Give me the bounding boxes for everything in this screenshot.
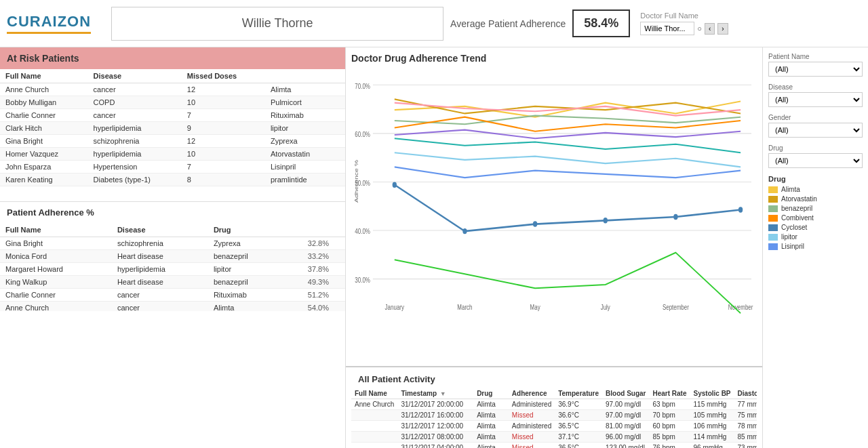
cell-scroll — [334, 250, 345, 263]
list-item[interactable]: Anne Church 31/12/2017 20:00:00 Alimta A… — [351, 399, 757, 410]
cell-name: Anne Church — [0, 83, 88, 96]
cell-drug: lipitor — [208, 263, 282, 276]
cell-name: Karen Keating — [0, 174, 88, 186]
patient-name-display: Willie Thorne — [111, 7, 443, 41]
table-row[interactable]: Karen Keating Diabetes (type-1) 8 pramli… — [0, 174, 345, 186]
table-row[interactable]: Clark Hitch hyperlipidemia 9 lipitor — [0, 122, 345, 135]
cell-drug: Alimta — [208, 302, 282, 312]
nav-right-button[interactable]: › — [717, 23, 728, 35]
activity-section: All Patient Activity Full Name Timestamp… — [346, 366, 762, 448]
cell-name: John Esparza — [0, 161, 88, 174]
nav-left-button[interactable]: ‹ — [705, 23, 715, 35]
list-item[interactable]: 31/12/2017 04:00:00 Alimta Missed 36.5°C… — [351, 443, 757, 449]
act-cell-sugar: 96.00 mg/dl — [602, 432, 649, 443]
act-cell-empty — [467, 421, 473, 432]
act-cell-sys: 106 mmHg — [690, 421, 734, 432]
legend-container: Alimta Atorvastatin benazepril Combivent… — [768, 186, 863, 250]
legend-color-swatch — [768, 205, 778, 212]
cell-scroll — [334, 276, 345, 289]
table-row[interactable]: Margaret Howard hyperlipidemia lipitor 3… — [0, 263, 345, 276]
act-cell-adherence: Administered — [509, 421, 555, 432]
at-risk-table-container[interactable]: Full Name Disease Missed Doses Anne Chur… — [0, 69, 345, 201]
filter-drug-select[interactable]: (All) — [768, 153, 863, 168]
filter-disease-select[interactable]: (All) — [768, 92, 863, 107]
act-cell-time: 31/12/2017 16:00:00 — [397, 410, 467, 421]
cell-missed: 10 — [182, 96, 265, 109]
list-item[interactable]: 31/12/2017 12:00:00 Alimta Administered … — [351, 421, 757, 432]
svg-text:January: January — [385, 304, 405, 311]
filter-gender-select[interactable]: (All) — [768, 123, 863, 138]
list-item[interactable]: 31/12/2017 16:00:00 Alimta Missed 36.6°C… — [351, 410, 757, 421]
cell-name: Gina Bright — [0, 135, 88, 148]
table-row[interactable]: Gina Bright schizophrenia 12 Zyprexa — [0, 135, 345, 148]
cell-missed: 8 — [182, 174, 265, 186]
act-cell-sys: 105 mmHg — [690, 410, 734, 421]
legend-item: Cycloset — [768, 224, 863, 231]
act-cell-time: 31/12/2017 04:00:00 — [397, 443, 467, 449]
cell-scroll — [334, 174, 345, 186]
table-row[interactable]: King Walkup Heart disease benazepril 49.… — [0, 276, 345, 289]
table-row[interactable]: Monica Ford Heart disease benazepril 33.… — [0, 250, 345, 263]
table-row[interactable]: Anne Church cancer Alimta 54.0% — [0, 302, 345, 312]
legend-item-label: Atorvastatin — [781, 195, 817, 203]
act-cell-sugar: 123.00 mg/dl — [602, 443, 649, 449]
cell-scroll — [334, 96, 345, 109]
act-cell-sys: 114 mmHg — [690, 432, 734, 443]
act-cell-temp: 36.9°C — [555, 399, 602, 410]
table-row[interactable]: Bobby Mulligan COPD 10 Pulmicort — [0, 96, 345, 109]
cell-drug: Rituximab — [208, 289, 282, 302]
adh-col-scroll — [334, 223, 345, 237]
cell-disease: COPD — [88, 96, 182, 109]
svg-point-21 — [673, 214, 677, 220]
act-col-name: Full Name — [351, 388, 397, 399]
logo: CURAIZON — [7, 13, 91, 34]
cell-drug: Zyprexa — [208, 237, 282, 250]
act-col-sugar: Blood Sugar — [602, 388, 649, 399]
svg-point-20 — [604, 218, 608, 223]
act-col-dia: Diastolic BP — [734, 388, 757, 399]
table-row[interactable]: Charlie Conner cancer Rituximab 51.2% — [0, 289, 345, 302]
act-cell-name — [351, 410, 397, 421]
filter-patient-select[interactable]: (All) — [768, 62, 863, 77]
legend-color-swatch — [768, 224, 778, 231]
filter-patient-label: Patient Name — [768, 53, 863, 60]
act-cell-temp: 36.5°C — [555, 443, 602, 449]
table-row[interactable]: Charlie Conner cancer 7 Rituximab — [0, 109, 345, 122]
table-row[interactable]: Gina Bright schizophrenia Zyprexa 32.8% — [0, 237, 345, 250]
table-row[interactable]: Homer Vazquez hyperlipidemia 10 Atorvast… — [0, 148, 345, 161]
act-col-hr: Heart Rate — [649, 388, 690, 399]
cell-pct: 49.3% — [282, 276, 334, 289]
legend-color-swatch — [768, 215, 778, 222]
cell-disease: hyperlipidemia — [88, 122, 182, 135]
svg-text:30.0%: 30.0% — [355, 277, 370, 284]
cell-scroll — [334, 263, 345, 276]
table-row[interactable]: John Esparza Hypertension 7 Lisinpril — [0, 161, 345, 174]
cell-missed: 7 — [182, 109, 265, 122]
act-cell-empty — [467, 432, 473, 443]
legend-item-label: Lisinpril — [781, 243, 804, 250]
activity-table-container[interactable]: Full Name Timestamp ▼ Drug Adherence Tem… — [351, 388, 757, 448]
cell-disease: cancer — [88, 109, 182, 122]
table-row[interactable]: Anne Church cancer 12 Alimta — [0, 83, 345, 96]
act-cell-dia: 78 mmHg — [734, 421, 757, 432]
doctor-input[interactable] — [640, 22, 694, 35]
svg-text:Adherence %: Adherence % — [353, 160, 359, 203]
act-cell-hr: 63 bpm — [649, 399, 690, 410]
cell-drug: benazepril — [208, 250, 282, 263]
adherence-table-container[interactable]: Full Name Disease Drug Gina Bright schiz… — [0, 223, 345, 311]
cell-name: Gina Bright — [0, 237, 112, 250]
adh-col-disease: Disease — [112, 223, 208, 237]
chart-section: Doctor Drug Adherence Trend 70.0% 60.0% … — [346, 47, 762, 366]
cell-name: Monica Ford — [0, 250, 112, 263]
logo-underline — [7, 32, 91, 34]
col-drug — [265, 69, 334, 83]
activity-header: All Patient Activity — [351, 370, 757, 388]
cell-name: Margaret Howard — [0, 263, 112, 276]
svg-text:July: July — [601, 304, 610, 311]
chart-svg: 70.0% 60.0% 50.0% 40.0% 30.0% Adherence … — [351, 67, 757, 338]
radio-icon: ○ — [697, 24, 702, 33]
act-col-empty — [467, 388, 473, 399]
list-item[interactable]: 31/12/2017 08:00:00 Alimta Missed 37.1°C… — [351, 432, 757, 443]
at-risk-table: Full Name Disease Missed Doses Anne Chur… — [0, 69, 345, 186]
legend-color-swatch — [768, 186, 778, 193]
